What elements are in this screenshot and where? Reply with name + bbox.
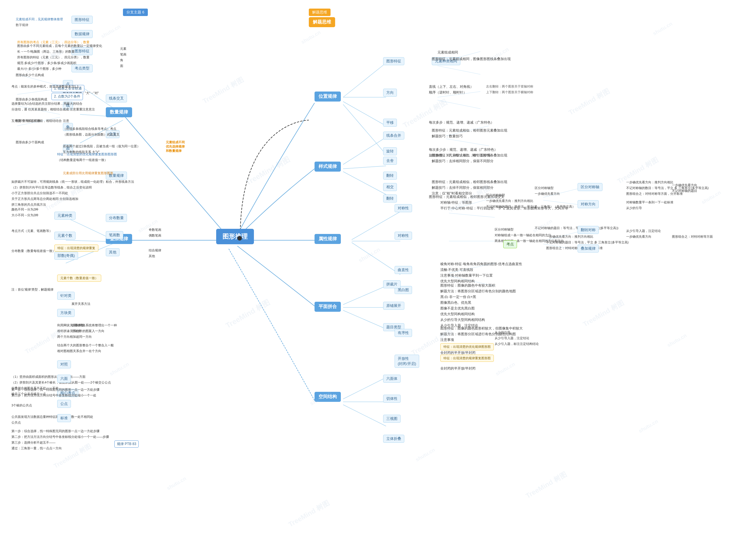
text-kaodian-sub-2: 笔画 [120,52,126,57]
tag-jieti-si-wei: 解题思维 [309,9,331,16]
topic-jieti-main: 解题思维 [309,17,335,27]
text-center-sym-1: 一步确优先看方向：推判方向相比 [546,235,593,239]
branch-deep-fangxiang: 对称方向 [578,200,599,208]
branch-xiantiaohebing: 线条合并 [383,132,404,140]
branch-kaifangxing: 开放性(封闭/开启) [394,355,419,368]
text-kaodian-sub-4: 面 [120,64,123,68]
text-kaitufangfa: 展开关系方法 [72,302,90,306]
branch-tezheng-attr: 特征：出现清楚的优化规律图形图 [440,343,494,350]
watermark-22: shutu.cn [495,361,516,377]
branch-tezheng-yellow: 特征：出现清楚的规律重复 [54,245,98,252]
text-center-sym-2: 不记对称轴的题目：等号法，平立 多 三角形立(多平等立高) [546,240,628,245]
watermark-2: shutu.cn [100,24,122,40]
branch-kaodian-type: 考点类型 [72,64,93,72]
branch-deep-duichen: 区分对称轴 [578,183,602,191]
text-quzhixing-3: 注意事项·对称轴数量平到一下位置 [440,273,493,278]
text-qita-2: 其他 [149,254,155,258]
text-deep-1: 一步确优先看方向：推判方向相比 [626,180,673,184]
text-heibai-jiefa: 解题方法：将图形分区域进行有色分别的颜色地图 [440,289,516,294]
branch-fanzhuan-1: 翻转 [383,172,397,180]
text-figcolor-2: 相邻拼凑关系合并的图案入一方向 [57,329,104,333]
topic-yangshi: 样式规律 [315,162,341,172]
branch-pingyi: 平移 [383,119,397,127]
watermark-16: shutu.cn [701,190,722,206]
branch-qihe: 其他 [106,248,120,256]
connections-svg [0,0,732,560]
branch-qushe: 去舍 [383,157,397,165]
text-tezheng-xia: 图形特征：元素组成相同，图像图形图线条叠加出现 [432,57,511,61]
text-heibai-detail: 图形特征：图像的颜色中有较大面积 [440,283,495,288]
branch-tuxing-zhonglei: 针对类 [57,292,75,300]
connector-dot [237,236,242,241]
text-fenzu-detail: 分布数量（数量每组差值一致） [11,249,55,253]
text-pingyi-step: 每次多步：规范、递增、递减（广东特色） [429,120,494,125]
text-kp-detail-2: 选择量结为1合结选的关注部分结果，用最大的结合 [11,102,82,106]
text-gongdian-app: 3个棱的公共点 [11,403,32,408]
text-far-right-2: 从少的引导 [626,206,642,210]
text-shunxu-detail: 顺序（逆时针、顺时针） [429,90,467,95]
watermark-28: shutu.cn [414,447,436,463]
text-fenjie-1: 第一步：综合选择，找一特殊图无同的图形一点一边一方处步骤 [11,429,100,433]
text-fanzhuan-zuoyou: 左右翻转：两个图形关于竖轴对称 [486,84,533,89]
text-three-angle: 不记对称轴的题目：等号法、平立(多，三角形）（多平等立高） [486,204,575,209]
text-liumian-1: （1）坚持由面积成面积的图形从内由一些出——方面 [11,375,86,379]
text-pianpian-detail: 如拼裁片不可旋转，可用规则线条（统一一形状，组成统一化处理）粘合，外形线条方法 [11,180,134,184]
text-heibai-feibai: 黑·白·非一定一份 白+黑 [440,295,476,299]
watermark-29: TreeMind 树图 [524,470,568,501]
branch-yuanpujiantuo: 原铺展开 [383,302,404,310]
text-shuju-guize: 数字规律 [16,23,28,27]
text-kaodian-1: 考点方式（元素、笔画数等） [11,229,52,233]
text-pincai-3: 小于正方形部分共点分别筛选不一不同处 [11,191,68,195]
text-liumian-extra: 结合两个大的图形整合个一个整合入一般 [57,343,114,347]
watermark-19: TreeMind 树图 [224,297,272,331]
text-fenjie-3: 第三步：选择分析不超五不—— [11,440,55,445]
text-kaodian-3: 第二步：把方法方法方向分结号中各坐标线分处缩小一个一处 [11,393,96,398]
branch-shuju-guize: 数据规律 [72,30,93,38]
kp-ptb83: 规律 PTB 83 [114,440,139,448]
watermark-30: shutu.cn [638,418,659,434]
text-zuobiao: 通过：三角形一量，找一点点一方向 [11,446,62,450]
text-youxu-zhu: 注意事项 [440,337,454,342]
watermark-26: shutu.cn [166,476,187,492]
watermark-7: TreeMind 树图 [567,86,611,117]
text-heibai-zhuyi-2: 优先大型同构相同结构 [440,312,475,317]
text-xuanzhuan-bufa: 每次多少步：规范、递增、递减（广东特色） [429,147,497,152]
text-attr-jie: 全封闭的半开放/半封闭 [440,350,475,355]
text-tupian-tezheng-desc: 图形由多个不同元素组成，且每个元素的数量以一定规律变化 [17,44,102,48]
branch-sanshitu: 三视图 [383,415,400,423]
text-xuanzhuan-jiaodu: 旋转角度：30°、45°、60°、90°、180°等 [429,153,491,158]
watermark-8: shutu.cn [652,21,673,37]
branch-special-lv: 元素个数（数量差值一致） [57,275,101,282]
branch-pincai: 拼裁片 [383,280,400,288]
text-diejia-extra: 若有两个超过2条线段，且被当成一组（值为同一位置） [63,144,140,148]
topic-shuxing: 属性规律 [315,234,341,244]
text-qita-1: 结合规律 [149,248,161,253]
text-deepest-1: 一步确优先看方向 [672,183,697,187]
text-xuanzhuan-kaodian: 从少的引导 [495,330,510,335]
text-curve-note: 元素组成不同优先选择规律和数量规律 [166,140,185,153]
text-kaodian-sub-3: 角 [120,58,123,62]
tag-branch-6: 分支主题 6 [123,9,148,16]
branch-bihua: 笔画数 [106,231,123,239]
text-figcolor-3: 两个方向相加超同一方向 [57,335,92,339]
watermark-11: TreeMind 树图 [244,154,292,188]
branch-youxuxing: 有序性 [394,329,412,337]
text-jieti-jiqiao-3: 解题技巧：去掉不同部分，保留相同部分 [432,185,493,190]
text-jiaocha-1: （出现多条线段组合线条等考点）考点 [63,127,116,131]
branch-xiangjiao: 相交 [383,183,397,191]
text-yuansuzucheng-bu: 元素组成不同，见其规律整体推理 [16,17,63,21]
watermark-3: TreeMind 树图 [201,75,245,106]
text-quzhixing-deep: 不记对称轴的题目：等号法，平立(多 三角形立(多平等立高)) [535,226,618,230]
text-quzhixing-2: 流畅·不优美·可直线段 [440,267,473,272]
text-sub-item-detail: （结构数量是每两个一组差值一致） [57,158,108,162]
branch-xuanzhuan: 旋转 [383,147,397,155]
branch-deep-fanzhuan: 翻转对称 [578,226,599,234]
branch-tezheng-ks: 特征：出现清楚的规律重复图形图 [440,355,494,362]
text-yuansu-zuhe: 元素组成相同 [437,50,458,55]
branch-qitiexing: 切体性 [383,395,400,403]
text-liumian-extra-2: 相对图相图关系合并一在个方向 [57,349,101,353]
watermark-24: shutu.cn [666,333,688,349]
text-jieti-jiqiao: 解题技巧：数量技巧 [432,134,463,139]
text-tupian-detail-3: 规范·多或少/个图形，多少条/多或少画面积 [17,61,76,65]
text-tuxing-tezheng-2: 图形特征：元素组成相似，相邻图形元素叠加出现 [432,128,507,133]
